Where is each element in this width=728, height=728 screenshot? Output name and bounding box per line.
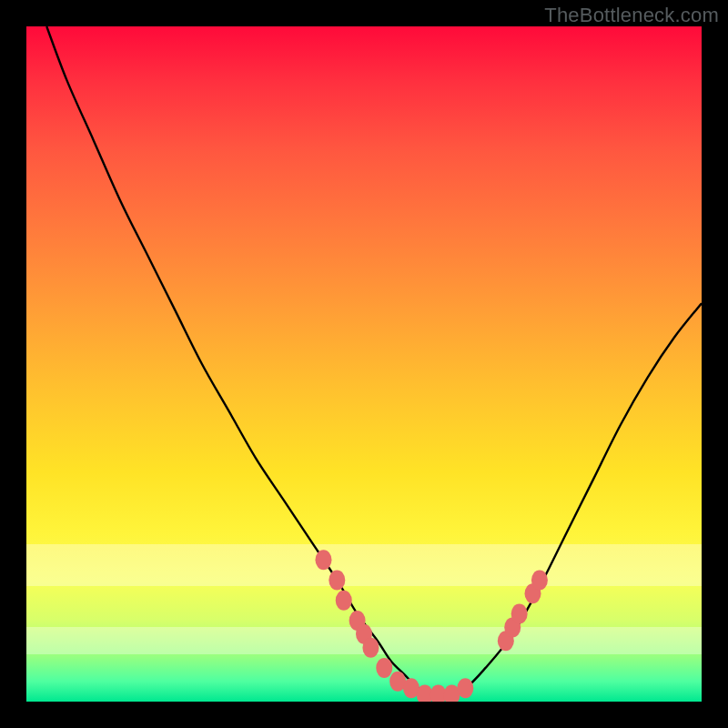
chart-svg [26,26,702,702]
watermark-text: TheBottleneck.com [544,4,719,27]
curve-dot [362,638,379,658]
curve-dot [511,604,528,624]
curve-dots-group [315,550,547,702]
chart-plot-area [26,26,702,702]
bottleneck-curve [46,26,702,696]
curve-dot [315,550,331,570]
curve-dot [376,658,392,678]
curve-dot [329,570,345,590]
curve-dot [336,591,352,611]
curve-dot [531,570,548,590]
curve-dot [457,678,473,698]
